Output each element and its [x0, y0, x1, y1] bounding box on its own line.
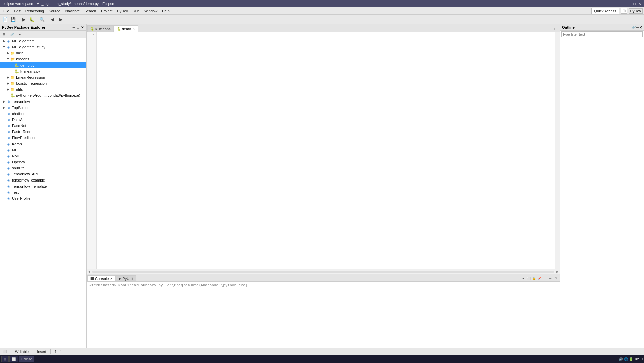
tree-arrow-linreg[interactable]: ▶ [6, 75, 10, 79]
tree-item-UserProfile[interactable]: ◈ UserProfile [0, 195, 86, 201]
toolbar-save-btn[interactable]: 💾 [9, 16, 17, 23]
console-terminate-btn[interactable]: ■ [521, 276, 526, 281]
folder-icon-kmeans: 📂 [10, 56, 15, 62]
tree-arrow-ML_algorithm_study[interactable]: ▼ [2, 45, 6, 49]
tree-item-DataA[interactable]: ◈ DataA [0, 117, 86, 123]
console-tab-close[interactable]: ✕ [110, 277, 113, 280]
menu-project[interactable]: Project [99, 8, 114, 14]
menu-navigate[interactable]: Navigate [63, 8, 82, 14]
editor-scrollbar-right[interactable] [555, 32, 560, 269]
tree-item-data[interactable]: ▶ 📁 data [0, 50, 86, 56]
console-max-btn[interactable]: □ [553, 276, 558, 281]
tree-item-FasterRcnn[interactable]: ◈ FasterRcnn [0, 129, 86, 135]
maximize-btn[interactable]: □ [633, 2, 636, 6]
tree-item-logistic[interactable]: ▶ 📁 logistic_regression [0, 80, 86, 86]
console-pin-btn[interactable]: 📌 [537, 276, 542, 281]
tree-item-utils[interactable]: ▶ 📁 utils [0, 86, 86, 92]
menu-window[interactable]: Window [142, 8, 159, 14]
tree-item-chatbot[interactable]: ◈ chatbot [0, 111, 86, 117]
tree-item-ML_algorithm[interactable]: ▶ ◈ ML_algorithm [0, 38, 86, 44]
console-clear-btn[interactable]: ⬜ [526, 276, 531, 281]
tree-item-Test[interactable]: ◈ Test [0, 189, 86, 195]
sidebar-close-btn[interactable]: ✕ [80, 26, 84, 29]
tree-item-ML_algorithm_study[interactable]: ▼ ◈ ML_algorithm_study [0, 44, 86, 50]
scroll-left-arrow[interactable]: ◀ [87, 269, 91, 274]
menu-edit[interactable]: Edit [12, 8, 23, 14]
tree-item-ML[interactable]: ◈ ML [0, 147, 86, 153]
minimize-btn[interactable]: ─ [628, 2, 631, 6]
close-btn[interactable]: ✕ [638, 2, 641, 6]
tree-item-TfAPI[interactable]: ◈ Tensorflow_API [0, 171, 86, 177]
tree-arrow-data[interactable]: ▶ [6, 51, 10, 55]
menu-source[interactable]: Source [47, 8, 63, 14]
tree-label-tf: Tensorflow [12, 99, 30, 104]
tree-arrow-kmeans[interactable]: ▼ [6, 57, 10, 61]
code-editor[interactable] [97, 32, 555, 269]
quick-access-button[interactable]: Quick Access [591, 8, 619, 14]
tree-item-tf-example[interactable]: ◈ tensorflow_example [0, 177, 86, 183]
tree-item-shurufa[interactable]: ◈ shurufa [0, 165, 86, 171]
tree-item-TopSolution[interactable]: ▶ ◈ TopSolution [0, 105, 86, 111]
menu-file[interactable]: File [1, 8, 11, 14]
tree-label-python: python (e:\Progr ... conda3\python.exe) [16, 93, 80, 97]
console-newconsole-btn[interactable]: + [542, 276, 547, 281]
tab-pyunit[interactable]: ▶ PyUnit [116, 275, 136, 281]
perspective-btn[interactable]: ⊞ [621, 8, 627, 14]
toolbar-sep-2 [37, 16, 37, 23]
toolbar-prev-btn[interactable]: ◀ [49, 16, 56, 23]
tree-arrow-topsol[interactable]: ▶ [2, 106, 6, 110]
scroll-right-arrow[interactable]: ▶ [555, 269, 560, 274]
menu-pydev[interactable]: PyDev [115, 8, 130, 14]
tab-demo[interactable]: 🐍 demo ✕ [114, 25, 138, 32]
tree-arrow-tensorflow[interactable]: ▶ [2, 99, 6, 104]
tree-item-Opencv[interactable]: ◈ Opencv [0, 159, 86, 165]
link-editor-btn[interactable]: 🔗 [8, 31, 16, 38]
toolbar-run-btn[interactable]: ▶ [20, 16, 27, 23]
outline-close-btn[interactable]: ✕ [639, 26, 642, 29]
toolbar-search-btn[interactable]: 🔍 [38, 16, 46, 23]
tree-item-NMT[interactable]: ◈ NMT [0, 153, 86, 159]
tree-item-LinearRegression[interactable]: ▶ 📁 LinearRegression [0, 74, 86, 80]
taskbar-task-view-btn[interactable]: ⬜ [9, 356, 18, 362]
outline-collapse-btn[interactable]: ─ [636, 26, 639, 29]
status-position: 1 : 1 [55, 350, 62, 354]
project-icon-facenet: ◈ [6, 123, 11, 128]
tree-arrow-utils[interactable]: ▶ [6, 87, 10, 91]
project-icon-userprofile: ◈ [6, 196, 11, 201]
toolbar-next-btn[interactable]: ▶ [57, 16, 64, 23]
outline-filter-input[interactable] [561, 31, 643, 37]
tree-item-TfTemplate[interactable]: ◈ Tensorflow_Template [0, 183, 86, 189]
menu-search[interactable]: Search [82, 8, 98, 14]
outline-sync-btn[interactable]: 🔗 [632, 26, 636, 29]
menu-refactoring[interactable]: Refactoring [23, 8, 46, 14]
tree-item-FlowPrediction[interactable]: ◈ FlowPrediction [0, 135, 86, 141]
tree-arrow-ML_algorithm[interactable]: ▶ [2, 39, 6, 43]
tree-item-python[interactable]: 🐍 python (e:\Progr ... conda3\python.exe… [0, 92, 86, 98]
tree-item-Keras[interactable]: ◈ Keras [0, 141, 86, 147]
sidebar-view-menu-btn[interactable]: ▾ [16, 31, 24, 38]
scroll-track[interactable] [92, 271, 554, 273]
toolbar-debug-btn[interactable]: 🐛 [28, 16, 35, 23]
taskbar-eclipse-btn[interactable]: Eclipse [19, 356, 34, 362]
console-min-btn[interactable]: ─ [548, 276, 553, 281]
sidebar-maximize-btn[interactable]: □ [76, 26, 80, 29]
tab-k-means[interactable]: 🐍 k_means [87, 25, 114, 32]
tree-arrow-logistic[interactable]: ▶ [6, 81, 10, 85]
tree-item-demo-py[interactable]: 🐍 demo.py [0, 62, 86, 68]
toolbar-new-btn[interactable]: 📄 [1, 16, 9, 23]
tree-item-k_means_py[interactable]: 🐍 k_means.py [0, 68, 86, 74]
collapse-all-btn[interactable]: ⊞ [1, 31, 8, 38]
open-perspective-btn[interactable]: PyDev [629, 8, 643, 14]
tree-item-Tensorflow[interactable]: ▶ ◈ Tensorflow [0, 98, 86, 105]
tab-console[interactable]: ⬛ Console ✕ [87, 275, 116, 281]
tree-item-FaceNet[interactable]: ◈ FaceNet [0, 123, 86, 129]
taskbar-start-btn[interactable]: ⊞ [1, 356, 9, 362]
tab-close-demo[interactable]: ✕ [132, 27, 135, 31]
console-scroll-lock-btn[interactable]: 🔒 [532, 276, 536, 281]
editor-maximize-btn[interactable]: □ [553, 27, 558, 31]
menu-help[interactable]: Help [160, 8, 172, 14]
editor-minimize-btn[interactable]: ─ [548, 27, 552, 31]
menu-run[interactable]: Run [131, 8, 142, 14]
sidebar-minimize-btn[interactable]: ─ [72, 26, 76, 29]
tree-item-kmeans[interactable]: ▼ 📂 kmeans [0, 56, 86, 62]
